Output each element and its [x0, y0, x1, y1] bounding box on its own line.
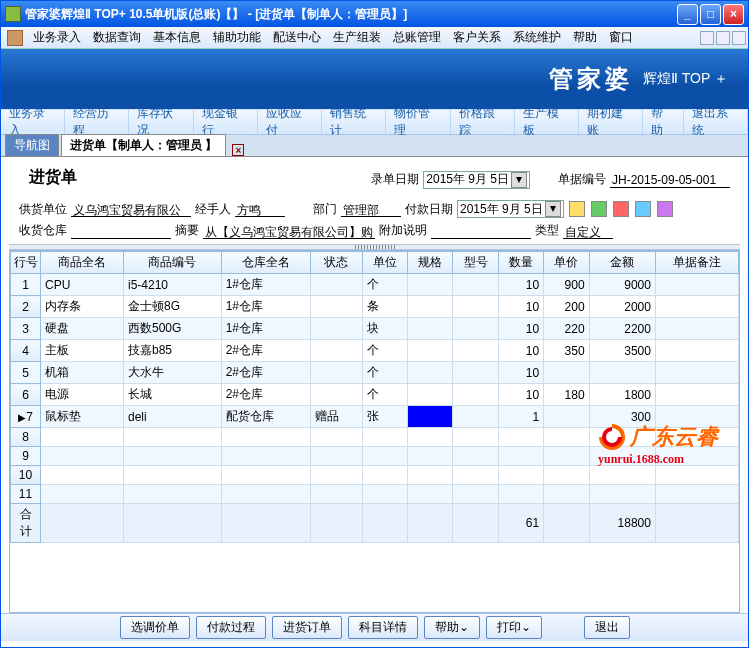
column-header[interactable]: 单据备注 — [655, 252, 738, 274]
handler-label: 经手人 — [195, 201, 231, 218]
table-row[interactable]: 4主板技嘉b852#仓库个103503500 — [11, 340, 739, 362]
tool-button[interactable]: 价格跟踪 — [451, 110, 515, 134]
action-icon[interactable] — [613, 201, 629, 217]
cat-field[interactable]: 自定义 — [563, 223, 613, 239]
brand-logo: 管家婆 — [549, 63, 633, 95]
menu-item[interactable]: 客户关系 — [447, 27, 507, 48]
menu-item[interactable]: 配送中心 — [267, 27, 327, 48]
button-bar: 选调价单 付款过程 进货订单 科目详情 帮助⌄ 打印⌄ 退出 — [1, 613, 748, 641]
tab-close-icon[interactable]: × — [232, 144, 244, 156]
table-row[interactable]: 10 — [11, 466, 739, 485]
button[interactable]: 选调价单 — [120, 616, 190, 639]
table-row[interactable]: 11 — [11, 485, 739, 504]
note-label: 附加说明 — [379, 222, 427, 239]
button[interactable]: 帮助⌄ — [424, 616, 480, 639]
action-icon[interactable] — [591, 201, 607, 217]
supplier-label: 供货单位 — [19, 201, 67, 218]
tool-button[interactable]: 生产模板 — [515, 110, 579, 134]
tool-button[interactable]: 物价管理 — [386, 110, 450, 134]
paydate-picker[interactable]: 2015年 9月 5日▾ — [457, 200, 564, 218]
close-button[interactable]: × — [723, 4, 744, 25]
table-row[interactable]: 9 — [11, 447, 739, 466]
tool-button[interactable]: 退出系统 — [684, 110, 748, 134]
note-field[interactable] — [431, 223, 531, 239]
tool-button[interactable]: 帮助 — [643, 110, 684, 134]
mdi-close-icon[interactable] — [732, 31, 746, 45]
table-row[interactable]: 6电源长城2#仓库个101801800 — [11, 384, 739, 406]
menu-item[interactable]: 总账管理 — [387, 27, 447, 48]
column-header[interactable]: 单位 — [362, 252, 407, 274]
dropdown-icon[interactable]: ▾ — [511, 172, 527, 188]
column-header[interactable]: 状态 — [310, 252, 362, 274]
menu-item[interactable]: 辅助功能 — [207, 27, 267, 48]
mdi-restore-icon[interactable] — [716, 31, 730, 45]
menu-item[interactable]: 系统维护 — [507, 27, 567, 48]
table-row[interactable]: 5机箱大水牛2#仓库个10 — [11, 362, 739, 384]
tool-button[interactable]: 经营历程 — [65, 110, 129, 134]
tool-button[interactable]: 现金银行 — [194, 110, 258, 134]
table-row[interactable]: 1CPUi5-42101#仓库个109009000 — [11, 274, 739, 296]
entry-date-picker[interactable]: 2015年 9月 5日▾ — [423, 171, 530, 189]
menu-item[interactable]: 业务录入 — [27, 27, 87, 48]
action-icon[interactable] — [635, 201, 651, 217]
maximize-button[interactable]: □ — [700, 4, 721, 25]
action-icon[interactable] — [569, 201, 585, 217]
column-header[interactable]: 商品全名 — [41, 252, 124, 274]
paydate-label: 付款日期 — [405, 201, 453, 218]
table-row[interactable]: ▶7鼠标垫deli配货仓库赠品张1300 — [11, 406, 739, 428]
menu-item[interactable]: 窗口 — [603, 27, 639, 48]
column-header[interactable]: 仓库全名 — [221, 252, 310, 274]
action-icon[interactable] — [657, 201, 673, 217]
entry-date-label: 录单日期 — [371, 171, 419, 188]
table-row[interactable]: 8 — [11, 428, 739, 447]
table-row[interactable]: 2内存条金士顿8G1#仓库条102002000 — [11, 296, 739, 318]
window-title: 管家婆辉煌Ⅱ TOP+ 10.5单机版(总账)【】 - [进货单【制单人：管理员… — [25, 6, 675, 23]
column-header[interactable]: 规格 — [407, 252, 452, 274]
tool-button[interactable]: 库存状况 — [129, 110, 193, 134]
toolbar: 业务录入 经营历程 库存状况 现金银行 应收应付 销售统计 物价管理 价格跟踪 … — [1, 109, 748, 135]
column-header[interactable]: 型号 — [453, 252, 498, 274]
column-header[interactable]: 单价 — [544, 252, 589, 274]
table-row[interactable]: 3硬盘西数500G1#仓库块102202200 — [11, 318, 739, 340]
menu-app-icon — [7, 30, 23, 46]
minimize-button[interactable]: _ — [677, 4, 698, 25]
column-header[interactable]: 金额 — [589, 252, 655, 274]
brand-subtitle: 辉煌Ⅱ TOP ＋ — [643, 70, 728, 88]
supplier-field[interactable]: 义乌鸿宝贸易有限公 — [71, 201, 191, 217]
doc-heading: 进货单 — [19, 163, 87, 196]
tool-button[interactable]: 销售统计 — [322, 110, 386, 134]
bill-no-label: 单据编号 — [558, 171, 606, 188]
banner: 管家婆 辉煌Ⅱ TOP ＋ — [1, 49, 748, 109]
dropdown-icon[interactable]: ▾ — [545, 201, 561, 217]
button[interactable]: 打印⌄ — [486, 616, 542, 639]
bill-no-field[interactable]: JH-2015-09-05-001 — [610, 172, 730, 188]
document-body: 进货单 录单日期 2015年 9月 5日▾ 单据编号 JH-2015-09-05… — [1, 157, 748, 647]
exit-button[interactable]: 退出 — [584, 616, 630, 639]
menubar: 业务录入 数据查询 基本信息 辅助功能 配送中心 生产组装 总账管理 客户关系 … — [1, 27, 748, 49]
warehouse-label: 收货仓库 — [19, 222, 67, 239]
warehouse-field[interactable] — [71, 223, 171, 239]
document-tabs: 导航图 进货单【制单人：管理员 】 × — [1, 135, 748, 157]
mdi-min-icon[interactable] — [700, 31, 714, 45]
button[interactable]: 科目详情 — [348, 616, 418, 639]
app-icon — [5, 6, 21, 22]
summary-field[interactable]: 从【义乌鸿宝贸易有限公司】购 — [203, 223, 375, 239]
column-header[interactable]: 数量 — [498, 252, 543, 274]
titlebar: 管家婆辉煌Ⅱ TOP+ 10.5单机版(总账)【】 - [进货单【制单人：管理员… — [1, 1, 748, 27]
menu-item[interactable]: 生产组装 — [327, 27, 387, 48]
tab-purchase-order[interactable]: 进货单【制单人：管理员 】 — [61, 134, 226, 156]
menu-item[interactable]: 基本信息 — [147, 27, 207, 48]
handler-field[interactable]: 方鸣 — [235, 201, 285, 217]
column-header[interactable]: 商品编号 — [123, 252, 221, 274]
tool-button[interactable]: 业务录入 — [1, 110, 65, 134]
items-grid[interactable]: 行号商品全名商品编号仓库全名状态单位规格型号数量单价金额单据备注1CPUi5-4… — [9, 250, 740, 613]
tool-button[interactable]: 期初建账 — [579, 110, 643, 134]
menu-item[interactable]: 数据查询 — [87, 27, 147, 48]
tool-button[interactable]: 应收应付 — [258, 110, 322, 134]
tab-nav[interactable]: 导航图 — [5, 134, 59, 156]
button[interactable]: 付款过程 — [196, 616, 266, 639]
menu-item[interactable]: 帮助 — [567, 27, 603, 48]
column-header[interactable]: 行号 — [11, 252, 41, 274]
dept-field[interactable]: 管理部 — [341, 201, 401, 217]
button[interactable]: 进货订单 — [272, 616, 342, 639]
